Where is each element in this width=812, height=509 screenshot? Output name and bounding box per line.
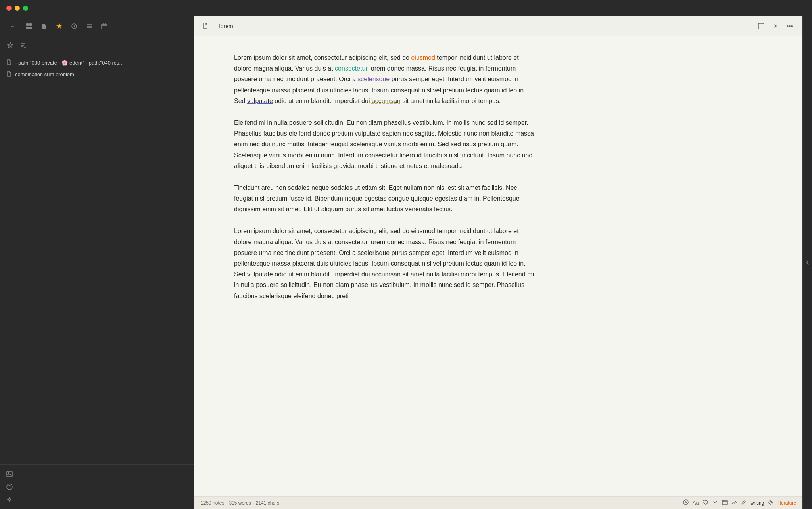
status-bar: 1259 notes 315 words 2141 chars Aa: [194, 496, 802, 509]
help-bottom-icon[interactable]: [0, 480, 194, 493]
doc-header: __lorem ✕ •••: [194, 16, 802, 36]
star-filter-icon[interactable]: [6, 41, 14, 49]
item-doc-icon: [6, 71, 12, 78]
close-doc-button[interactable]: ✕: [771, 21, 780, 31]
traffic-lights: [6, 6, 28, 11]
sidebar-toggle-button[interactable]: [756, 21, 766, 31]
highlight-eiusmod: eiusmod: [411, 54, 435, 61]
back-button[interactable]: ←: [6, 21, 18, 31]
svg-rect-2: [26, 27, 29, 29]
doc-file-icon: [202, 23, 208, 30]
sidebar-bottom: [0, 464, 194, 509]
doc-header-actions: ✕ •••: [756, 21, 795, 31]
paragraph-2: Eleifend mi in nulla posuere sollicitudi…: [234, 117, 536, 171]
sidebar-list: - path:"030 private - 🌸 eden/" - path:"0…: [0, 54, 194, 464]
calendar-status-icon[interactable]: [722, 499, 728, 506]
chars-count: 2141 chars: [256, 500, 279, 506]
titlebar: [0, 0, 812, 16]
tag-label[interactable]: literature: [777, 500, 796, 506]
sidebar: ←: [0, 16, 194, 509]
highlight-vulputate: vulputate: [247, 98, 273, 104]
calendar-nav-icon[interactable]: [100, 22, 109, 31]
paragraph-3: Tincidunt arcu non sodales neque sodales…: [234, 182, 536, 215]
highlight-accumsan: accumsan: [372, 98, 401, 104]
highlight-scelerisque: scelerisque: [357, 76, 390, 82]
main-content: __lorem ✕ ••• Lorem ipsum dolor sit amet…: [194, 16, 802, 509]
refresh-icon[interactable]: [703, 499, 708, 506]
down-arrow-icon[interactable]: [712, 499, 718, 506]
writing-mode-label[interactable]: writing: [751, 500, 764, 506]
document-body[interactable]: Lorem ipsum dolor sit amet, consectetur …: [194, 36, 802, 496]
star-nav-icon[interactable]: [55, 22, 63, 31]
svg-rect-12: [722, 500, 727, 505]
maximize-button[interactable]: [23, 6, 28, 11]
settings-bottom-icon[interactable]: [0, 493, 194, 506]
svg-rect-0: [26, 23, 29, 26]
status-bar-right: Aa: [683, 499, 796, 506]
more-options-button[interactable]: •••: [785, 21, 795, 31]
pencil-status-icon[interactable]: [741, 499, 747, 506]
list-nav-icon[interactable]: [85, 22, 94, 31]
highlight-consectetur: consectetur: [335, 65, 368, 72]
gear-status-icon[interactable]: [768, 499, 774, 506]
list-item[interactable]: combination sum problem: [0, 69, 194, 80]
image-bottom-icon[interactable]: [0, 468, 194, 480]
item-doc-icon: [6, 59, 12, 66]
svg-rect-10: [758, 23, 764, 29]
svg-rect-1: [29, 23, 32, 26]
paragraph-1: Lorem ipsum dolor sit amet, consectetur …: [234, 52, 536, 106]
clock-nav-icon[interactable]: [70, 22, 79, 31]
sidebar-toolbar: ←: [0, 16, 194, 36]
paragraph-4: Lorem ipsum dolor sit amet, consectetur …: [234, 226, 536, 301]
document-nav-icon[interactable]: [40, 22, 48, 31]
minimize-button[interactable]: [15, 6, 20, 11]
app-container: ←: [0, 16, 812, 509]
grid-view-icon[interactable]: [25, 22, 33, 31]
graph-status-icon[interactable]: [731, 499, 737, 506]
notes-count: 1259 notes: [201, 500, 224, 506]
svg-rect-3: [29, 27, 32, 29]
clock-status-icon[interactable]: [683, 499, 689, 506]
svg-rect-5: [102, 24, 107, 29]
sidebar-item-label: - path:"030 private - 🌸 eden/" - path:"0…: [15, 60, 123, 66]
svg-point-13: [770, 501, 772, 503]
list-item[interactable]: - path:"030 private - 🌸 eden/" - path:"0…: [0, 57, 194, 69]
svg-point-9: [9, 499, 11, 501]
collapse-sidebar-button[interactable]: [802, 16, 812, 509]
font-size-icon[interactable]: Aa: [693, 500, 699, 506]
document-title: __lorem: [213, 23, 752, 29]
sidebar-nav-bar: [0, 36, 194, 54]
list-add-icon[interactable]: [19, 41, 27, 49]
status-bar-left: 1259 notes 315 words 2141 chars: [201, 500, 678, 506]
words-count: 315 words: [229, 500, 251, 506]
sidebar-item-label: combination sum problem: [15, 71, 74, 77]
close-button[interactable]: [6, 6, 12, 11]
